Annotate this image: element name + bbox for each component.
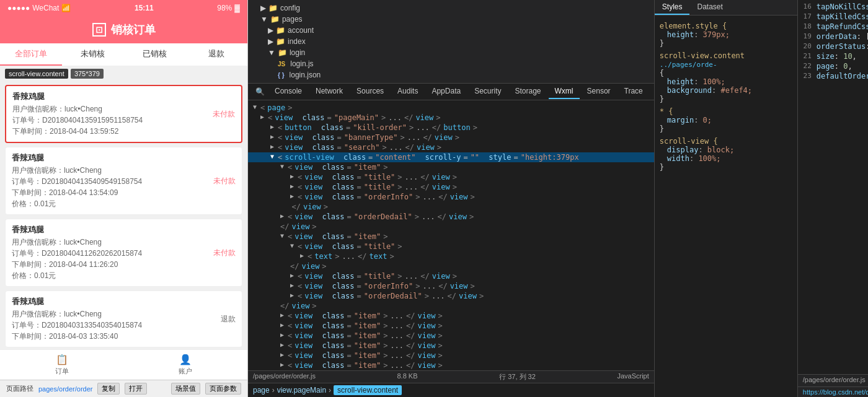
tab-sources[interactable]: Sources — [350, 84, 390, 99]
copy-button[interactable]: 复制 — [97, 383, 120, 395]
tab-unverified[interactable]: 未销核 — [62, 43, 124, 66]
html-line-close-view1[interactable]: </view> — [248, 222, 654, 232]
file-tree: ▶ 📁 config ▼ 📁 pages ▶ 📁 account ▶ 📁 ind… — [248, 0, 654, 83]
order-status-1: 未付款 — [213, 109, 235, 120]
html-line-search[interactable]: ▶ <view class="search" >...</view> — [248, 142, 654, 152]
html-line-close-item2[interactable]: </view> — [248, 301, 654, 311]
tab-sensor[interactable]: Sensor — [581, 84, 617, 99]
code-line-16: 16 tapNoKillCss: '', — [798, 2, 868, 12]
html-line-close-item1[interactable]: </view> — [248, 202, 654, 212]
code-path: /pages/order/order.js — [803, 376, 866, 383]
html-line-bannertype[interactable]: ▶ <view class="bannerType" >...</view> — [248, 133, 654, 142]
order-item-4[interactable]: 香辣鸡腿 用户微信昵称：luck•Cheng 订单号：D201804031335… — [5, 290, 242, 347]
file-tree-login[interactable]: ▼ 📁 login — [248, 47, 654, 58]
file-tree-login-js[interactable]: JS login.js — [248, 58, 654, 69]
tab-refund[interactable]: 退款 — [185, 43, 247, 66]
index-arrow: ▶ — [268, 37, 273, 46]
config-arrow: ▶ — [260, 4, 266, 12]
order-status-2: 未付款 — [213, 176, 236, 186]
html-line-button[interactable]: ▶ <button class="kill-order" >...</butto… — [248, 123, 654, 133]
account-label: 账户 — [179, 367, 192, 376]
pages-arrow: ▼ — [260, 15, 268, 24]
scroll-badge-area: scroll-view.content 375*379 — [0, 66, 247, 81]
cursor-icon[interactable]: 🔍 — [253, 86, 267, 97]
scene-value-button[interactable]: 场景值 — [171, 383, 200, 395]
order-item-2[interactable]: 香辣鸡腿 用户微信昵称：luck•Cheng 订单号：D201804041354… — [5, 147, 242, 215]
account-arrow: ▶ — [268, 26, 273, 35]
html-line-item6[interactable]: ▶ <view class="item" >...</view> — [248, 341, 654, 351]
carrier-label: WeChat — [32, 4, 59, 12]
breadcrumb-scrollview[interactable]: scroll-view.content — [334, 385, 402, 395]
code-status-left: /pages/order/order.js 8.8 KB — [803, 376, 868, 385]
html-line-item3[interactable]: ▶ <view class="item" >...</view> — [248, 311, 654, 321]
html-line-page[interactable]: ▼ <page> — [248, 103, 654, 113]
html-line-item5[interactable]: ▶ <view class="item" >...</view> — [248, 331, 654, 341]
html-line-orderinfo1[interactable]: ▶ <view class="orderInfo" >...</view> — [248, 192, 654, 202]
file-tree-index[interactable]: ▶ 📁 index — [248, 36, 654, 47]
html-line-title2[interactable]: ▶ <view class="title" >...</view> — [248, 182, 654, 192]
phone-status-left: ●●●●● WeChat 📶 — [7, 4, 71, 12]
breadcrumb-page[interactable]: page — [253, 386, 270, 395]
phone-status-right: 98% ▓ — [217, 4, 240, 12]
account-folder-icon: 📁 — [276, 26, 285, 35]
tab-trace[interactable]: Trace — [618, 84, 649, 99]
html-line-item7[interactable]: ▶ <view class="item" >...</view> — [248, 351, 654, 360]
tab-console[interactable]: Console — [268, 84, 308, 99]
battery-icon: ▓ — [234, 4, 240, 12]
tab-security[interactable]: Security — [468, 84, 507, 99]
style-scrollview-rule: scroll-view { — [660, 137, 792, 146]
tab-network[interactable]: Network — [309, 84, 349, 99]
page-params-button[interactable]: 页面参数 — [205, 383, 241, 395]
open-button[interactable]: 打开 — [125, 383, 147, 395]
style-scrollview-selector-line: scroll-view.content ../pages/orde- — [660, 51, 792, 69]
phone-nav-bar: ⊡ 销核订单 — [0, 16, 247, 43]
file-tree-config[interactable]: ▶ 📁 config — [248, 2, 654, 14]
file-tree-login-json[interactable]: { } login.json — [248, 69, 654, 81]
tab-all[interactable]: 全部订单 — [0, 43, 62, 66]
html-line-title4[interactable]: ▶ <view class="title" >...</view> — [248, 271, 654, 281]
html-line-item2[interactable]: ▼ <view class="item"> — [248, 232, 654, 242]
tab-wxml[interactable]: Wxml — [549, 84, 580, 99]
code-line-17: 17 tapKilledCss: '', — [798, 12, 868, 22]
file-tree-pages[interactable]: ▼ 📁 pages — [248, 14, 654, 25]
devtools-panel: ▶ 📁 config ▼ 📁 pages ▶ 📁 account ▶ 📁 ind… — [248, 0, 655, 397]
style-width-prop: width: 100%; — [660, 154, 792, 163]
html-line-close-title[interactable]: </view> — [248, 261, 654, 271]
style-open-brace2: { — [660, 69, 792, 77]
order-name-2: 香辣鸡腿 — [12, 152, 236, 164]
tab-storage[interactable]: Storage — [509, 84, 547, 99]
tab-appdata[interactable]: AppData — [425, 84, 467, 99]
order-item-3[interactable]: 香辣鸡腿 用户微信昵称：luck•Cheng 订单号：D201804041126… — [5, 219, 242, 287]
html-line-orderdedail[interactable]: ▶ <view class="orderDedail" >...</view> — [248, 212, 654, 222]
tab-audits[interactable]: Audits — [391, 84, 424, 99]
title-text: 销核订单 — [111, 22, 156, 37]
html-line-item4[interactable]: ▶ <view class="item" >...</view> — [248, 321, 654, 331]
wifi-icon: 📶 — [61, 4, 71, 12]
bottom-account-btn[interactable]: 👤 账户 — [179, 354, 192, 376]
html-line-title1[interactable]: ▶ <view class="title" >...</view> — [248, 172, 654, 182]
file-info-bar: /pages/order/order.js 8.8 KB 行 37, 列 32 … — [248, 370, 654, 383]
code-line-23: 23 defaultOrderStatus: '', — [798, 72, 868, 82]
html-tree-panel: ▼ <page> ▶ <view class="pageMain" >...</… — [248, 100, 654, 370]
order-item-1[interactable]: 香辣鸡腿 用户微信昵称：luck•Cheng 订单号：D201804041359… — [5, 85, 242, 143]
breadcrumb-viewmain[interactable]: view.pageMain — [277, 386, 326, 395]
html-line-viewmain[interactable]: ▶ <view class="pageMain" >...</view> — [248, 113, 654, 123]
tab-verified[interactable]: 已销核 — [124, 43, 186, 66]
tab-dataset[interactable]: Dataset — [689, 0, 730, 15]
order-detail-1: 用户微信昵称：luck•Cheng 订单号：D20180404135915951… — [12, 103, 235, 137]
html-line-scrollview[interactable]: ▼ <scroll-view class="content" scroll-y=… — [248, 152, 654, 162]
expand-arrow[interactable]: ▼ — [253, 103, 257, 110]
html-line-title3[interactable]: ▼ <view class="title"> — [248, 242, 654, 251]
main-layout: ●●●●● WeChat 📶 15:11 98% ▓ ⊡ 销核订单 全部订单 未… — [0, 0, 868, 397]
code-line-22: 22 page: 0, — [798, 62, 868, 72]
html-line-item8[interactable]: ▶ <view class="item" >...</view> — [248, 360, 654, 370]
tab-styles[interactable]: Styles — [655, 0, 690, 15]
html-line-text[interactable]: ▶ <text>...</text> — [248, 251, 654, 261]
html-line-item1[interactable]: ▼ <view class="item"> — [248, 162, 654, 172]
html-line-orderinfo2[interactable]: ▶ <view class="orderInfo" >...</view> — [248, 281, 654, 291]
bottom-order-btn[interactable]: 📋 订单 — [55, 354, 69, 376]
file-tree-account[interactable]: ▶ 📁 account — [248, 25, 654, 36]
html-line-orderdedail2[interactable]: ▶ <view class="orderDedail" >...</view> — [248, 291, 654, 301]
scroll-badge-label: scroll-view.content — [5, 69, 68, 79]
folder-icon: 📁 — [268, 4, 278, 12]
